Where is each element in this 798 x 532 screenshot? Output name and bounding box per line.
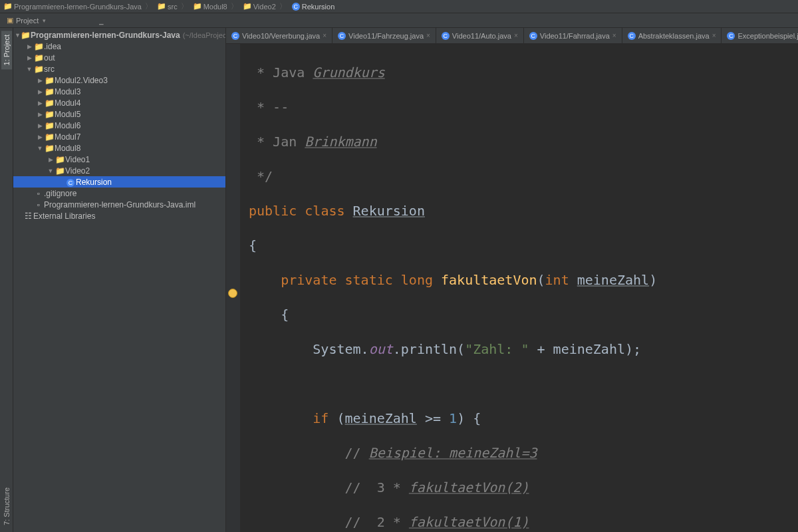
folder-icon: 📁 [33, 53, 44, 63]
folder-icon: 📁 [44, 132, 55, 142]
close-icon[interactable]: × [612, 32, 616, 39]
close-icon[interactable]: × [323, 32, 327, 39]
tree-modul8[interactable]: ▼📁Modul8 [13, 142, 225, 154]
tree-idea[interactable]: ▶📁.idea [13, 41, 225, 52]
folder-icon: 📁 [21, 31, 31, 40]
tree-src[interactable]: ▼📁src [13, 63, 225, 74]
project-view-selector[interactable]: ▣Project [4, 15, 49, 25]
class-icon: C [292, 3, 300, 11]
project-toolbar: ▣Project ⎯ [0, 13, 798, 28]
folder-icon: 📁 [44, 76, 55, 85]
folder-icon: 📁 [194, 3, 201, 11]
tree-root[interactable]: ▼📁Programmieren-lernen-Grundkurs-Java(~/… [13, 29, 225, 41]
tree-modul7[interactable]: ▶📁Modul7 [13, 131, 225, 142]
class-icon: C [338, 32, 346, 40]
tree-rekursion[interactable]: ▶CRekursion [13, 176, 225, 188]
crumb-video2[interactable]: 📁Video2〉 [242, 1, 289, 11]
class-icon: C [65, 178, 76, 187]
folder-icon: 📁 [44, 98, 55, 108]
folder-icon: ▣ [7, 16, 13, 25]
file-icon: ▫ [33, 189, 44, 198]
crumb-rekursion[interactable]: CRekursion [291, 3, 336, 11]
editor-tabs: CVideo10/Vererbung.java× CVideo11/Fahrze… [226, 28, 798, 44]
folder-icon: 📁 [44, 121, 55, 130]
crumb-src[interactable]: 📁src〉 [156, 1, 191, 11]
folder-icon: 📁 [33, 42, 44, 51]
class-icon: C [231, 32, 239, 40]
tool-window-structure[interactable]: 7: Structure [1, 483, 12, 529]
file-icon: ▫ [33, 200, 44, 209]
crumb-project[interactable]: 📁Programmieren-lernen-Grundkurs-Java〉 [3, 1, 155, 11]
tab-auto[interactable]: CVideo11/Auto.java× [436, 28, 524, 43]
class-icon: C [628, 32, 636, 40]
folder-icon: 📁 [33, 65, 44, 74]
tree-gitignore[interactable]: ▶▫.gitignore [13, 188, 225, 199]
editor-area: CVideo10/Vererbung.java× CVideo11/Fahrze… [226, 28, 798, 532]
project-tool-window: ▼📁Programmieren-lernen-Grundkurs-Java(~/… [13, 28, 226, 532]
code-editor[interactable]: * Java Grundkurs * -- * Jan Brinkmann */… [241, 44, 798, 532]
close-icon[interactable]: × [514, 32, 518, 39]
class-icon: C [442, 32, 450, 40]
close-icon[interactable]: × [712, 32, 716, 39]
tree-iml[interactable]: ▶▫Programmieren-lernen-Grundkurs-Java.im… [13, 199, 225, 210]
tree-modul6[interactable]: ▶📁Modul6 [13, 120, 225, 131]
folder-icon: 📁 [243, 3, 251, 11]
folder-icon: 📁 [55, 166, 65, 176]
tab-vererbung[interactable]: CVideo10/Vererbung.java× [226, 28, 332, 43]
tab-abstrakte[interactable]: CAbstrakteklassen.java× [622, 28, 722, 43]
tree-modul3[interactable]: ▶📁Modul3 [13, 86, 225, 97]
project-tree[interactable]: ▼📁Programmieren-lernen-Grundkurs-Java(~/… [13, 28, 225, 532]
editor-gutter[interactable] [226, 44, 241, 532]
left-tool-gutter: 1: Project 7: Structure [0, 28, 13, 532]
folder-icon: 📁 [55, 155, 65, 164]
folder-icon: 📁 [158, 3, 166, 11]
breadcrumb-bar: 📁Programmieren-lernen-Grundkurs-Java〉 📁s… [0, 0, 798, 13]
crumb-modul8[interactable]: 📁Modul8〉 [192, 1, 241, 11]
toolbar-collapse-button[interactable]: ⎯ [96, 16, 106, 25]
tree-out[interactable]: ▶📁out [13, 52, 225, 63]
tab-fahrrad[interactable]: CVideo11/Fahrrad.java× [524, 28, 622, 43]
tree-external-libs[interactable]: ▶☷External Libraries [13, 210, 225, 221]
close-icon[interactable]: × [426, 32, 430, 39]
library-icon: ☷ [23, 211, 33, 221]
tree-modul4[interactable]: ▶📁Modul4 [13, 97, 225, 108]
folder-icon: 📁 [44, 110, 55, 119]
tool-window-project[interactable]: 1: Project [1, 31, 12, 69]
folder-icon: 📁 [44, 87, 55, 96]
class-icon: C [727, 32, 735, 40]
intention-bulb-icon[interactable] [228, 289, 237, 298]
tab-fahrzeug[interactable]: CVideo11/Fahrzeug.java× [332, 28, 436, 43]
folder-icon: 📁 [4, 3, 12, 11]
tree-video1[interactable]: ▶📁Video1 [13, 154, 225, 165]
folder-icon: 📁 [44, 144, 55, 153]
tree-modul2[interactable]: ▶📁Modul2.Video3 [13, 74, 225, 86]
tree-video2[interactable]: ▼📁Video2 [13, 165, 225, 176]
class-icon: C [529, 32, 537, 40]
tree-modul5[interactable]: ▶📁Modul5 [13, 108, 225, 120]
tab-exception[interactable]: CExceptionbeispiel.java× [722, 28, 798, 43]
